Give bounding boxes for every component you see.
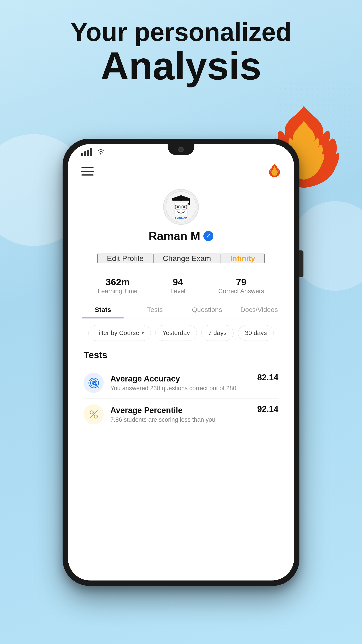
verified-badge: ✓ [203, 231, 213, 241]
tests-section: Tests [77, 350, 285, 430]
svg-rect-6 [189, 198, 190, 203]
accuracy-title: Average Accuracy [110, 374, 236, 384]
change-exam-btn[interactable]: Change Exam [153, 254, 220, 263]
learning-time-value: 362m [98, 277, 137, 288]
phone-mockup: EduRev Raman M ✓ Edit Profile Change Exa… [62, 139, 300, 586]
level-label: Level [170, 288, 185, 295]
hamburger-menu[interactable] [81, 167, 94, 176]
svg-point-20 [90, 411, 93, 414]
svg-text:EduRev: EduRev [175, 216, 187, 220]
filter-7days-btn[interactable]: 7 days [201, 325, 234, 341]
tests-section-title: Tests [84, 350, 278, 360]
percentile-icon [84, 404, 104, 424]
stat-learning-time: 362m Learning Time [98, 277, 137, 295]
filter-by-course-btn[interactable]: Filter by Course ▾ [88, 325, 151, 341]
accuracy-card: Average Accuracy You answered 230 questi… [84, 367, 278, 399]
chevron-down-icon: ▾ [141, 330, 144, 336]
correct-answers-value: 79 [218, 277, 264, 288]
bg-blob-right [291, 201, 362, 291]
infinity-btn[interactable]: Infinity [221, 254, 264, 263]
percentile-value: 92.14 [257, 404, 278, 414]
percentile-text: Average Percentile 7.86 students are sco… [110, 406, 215, 423]
camera-dot [178, 147, 184, 152]
signal-icon [81, 148, 92, 156]
accuracy-value: 82.14 [257, 373, 278, 382]
learning-time-label: Learning Time [98, 288, 137, 295]
stats-row: 362m Learning Time 94 Level 79 Correct A… [77, 277, 285, 295]
phone-screen: EduRev Raman M ✓ Edit Profile Change Exa… [68, 144, 294, 580]
svg-point-11 [177, 206, 179, 208]
flame-header-icon[interactable] [268, 162, 281, 180]
tab-questions[interactable]: Questions [181, 302, 233, 318]
filter-30days-btn[interactable]: 30 days [238, 325, 274, 341]
hero-line2: Analysis [0, 46, 362, 86]
username-text: Raman M [149, 229, 200, 242]
svg-line-22 [90, 411, 97, 418]
hero-section: Your personalized Analysis [0, 18, 362, 86]
svg-point-7 [188, 202, 190, 205]
percentile-card-left: Average Percentile 7.86 students are sco… [84, 404, 215, 424]
app-header [68, 158, 294, 184]
stat-level: 94 Level [170, 277, 185, 295]
correct-answers-label: Correct Answers [218, 288, 264, 295]
accuracy-subtitle: You answered 230 questions correct out o… [110, 385, 236, 392]
phone-body: EduRev Raman M ✓ Edit Profile Change Exa… [62, 139, 300, 586]
svg-point-21 [94, 415, 97, 418]
percentile-title: Average Percentile [110, 406, 215, 415]
svg-point-2 [100, 153, 101, 154]
filter-course-label: Filter by Course [95, 330, 139, 336]
avatar: EduRev [163, 189, 199, 225]
wifi-icon [97, 148, 105, 156]
tab-tests[interactable]: Tests [129, 302, 181, 318]
avatar-image: EduRev [163, 189, 199, 225]
filter-row: Filter by Course ▾ Yesterday 7 days 30 d… [81, 325, 281, 341]
percentile-subtitle: 7.86 students are scoring less than you [110, 416, 215, 423]
profile-section: EduRev Raman M ✓ Edit Profile Change Exa… [68, 184, 294, 437]
percentile-card: Average Percentile 7.86 students are sco… [84, 399, 278, 430]
profile-actions: Edit Profile Change Exam Infinity [77, 249, 285, 268]
level-value: 94 [170, 277, 185, 288]
username-row: Raman M ✓ [149, 229, 213, 242]
accuracy-text: Average Accuracy You answered 230 questi… [110, 374, 236, 392]
stat-correct-answers: 79 Correct Answers [218, 277, 264, 295]
accuracy-icon [84, 373, 104, 393]
tab-stats[interactable]: Stats [77, 302, 129, 318]
tabs-row: Stats Tests Questions Docs/Videos [77, 302, 285, 318]
hero-line1: Your personalized [0, 18, 362, 46]
tab-docs-videos[interactable]: Docs/Videos [233, 302, 285, 318]
edit-profile-btn[interactable]: Edit Profile [97, 254, 153, 263]
phone-notch [168, 144, 194, 155]
filter-yesterday-btn[interactable]: Yesterday [155, 325, 197, 341]
svg-point-12 [183, 206, 185, 208]
accuracy-card-left: Average Accuracy You answered 230 questi… [84, 373, 236, 393]
